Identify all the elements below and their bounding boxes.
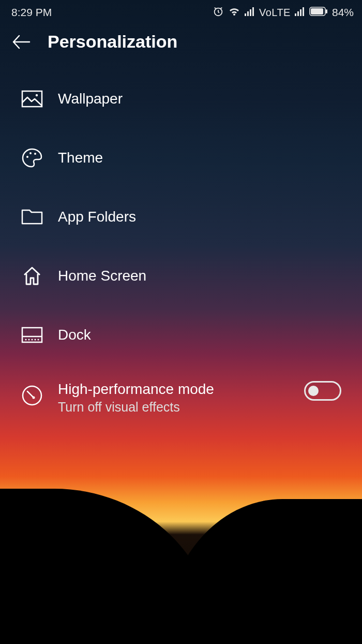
gauge-icon — [21, 384, 43, 407]
svg-point-13 — [36, 94, 38, 96]
wallpaper-icon — [21, 87, 43, 110]
page-title: Personalization — [48, 32, 177, 52]
dock-icon — [21, 324, 43, 346]
alarm-icon — [213, 6, 224, 20]
signal-icon-2 — [295, 6, 305, 19]
item-app-folders[interactable]: App Folders — [0, 187, 362, 246]
header: Personalization — [0, 22, 362, 63]
high-performance-toggle[interactable] — [304, 381, 341, 401]
svg-rect-4 — [252, 7, 254, 16]
item-label: Home Screen — [58, 268, 341, 284]
status-time: 8:29 PM — [11, 6, 52, 19]
battery-percent: 84% — [332, 6, 354, 19]
battery-icon — [309, 6, 328, 19]
wifi-icon — [228, 6, 240, 20]
item-high-performance[interactable]: High-performance mode Turn off visual ef… — [0, 364, 362, 431]
theme-icon — [21, 147, 43, 169]
svg-point-16 — [34, 153, 36, 155]
svg-rect-11 — [326, 9, 327, 13]
svg-rect-8 — [303, 7, 304, 16]
svg-rect-2 — [247, 11, 249, 16]
item-label: Dock — [58, 327, 341, 343]
item-dock[interactable]: Dock — [0, 305, 362, 364]
svg-point-20 — [28, 339, 30, 341]
svg-rect-1 — [245, 13, 246, 16]
item-label: App Folders — [58, 209, 341, 225]
svg-rect-5 — [295, 13, 296, 16]
svg-rect-6 — [297, 11, 299, 16]
volte-indicator: VoLTE — [259, 7, 291, 19]
svg-point-22 — [35, 339, 36, 341]
svg-point-21 — [32, 339, 33, 341]
item-home-screen[interactable]: Home Screen — [0, 246, 362, 305]
item-label: Wallpaper — [58, 91, 341, 107]
home-icon — [21, 265, 43, 287]
item-theme[interactable]: Theme — [0, 128, 362, 187]
svg-point-25 — [33, 397, 35, 399]
settings-list: Wallpaper Theme — [0, 63, 362, 437]
svg-point-14 — [26, 156, 28, 158]
item-label: Theme — [58, 150, 341, 166]
back-button[interactable] — [11, 32, 31, 52]
svg-rect-7 — [300, 9, 301, 16]
item-wallpaper[interactable]: Wallpaper — [0, 69, 362, 128]
svg-point-15 — [29, 152, 32, 154]
svg-point-23 — [38, 339, 39, 341]
svg-point-19 — [25, 339, 27, 341]
folder-icon — [21, 206, 43, 228]
svg-rect-3 — [250, 9, 251, 16]
item-sublabel: Turn off visual effects — [58, 400, 290, 415]
svg-rect-10 — [311, 8, 323, 14]
status-bar: 8:29 PM — [0, 0, 362, 22]
signal-icon-1 — [245, 6, 255, 19]
item-label: High-performance mode — [58, 381, 290, 398]
